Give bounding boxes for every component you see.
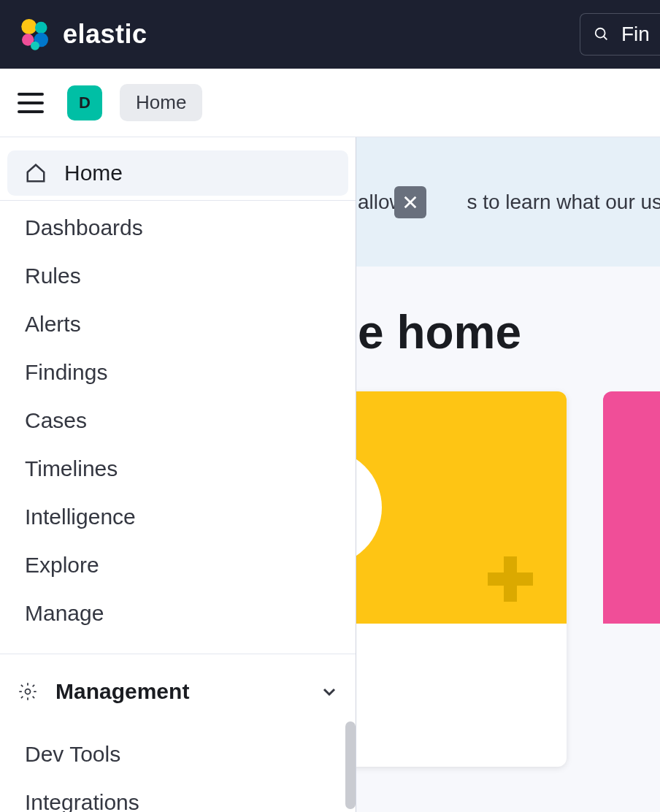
banner-close-button[interactable] [394,186,426,218]
gear-icon [18,681,38,702]
nav-item-timelines[interactable]: Timelines [7,446,348,491]
chevron-down-icon [321,683,338,700]
card-illustration-2 [603,391,660,624]
management-label: Management [55,679,189,704]
search-placeholder: Fin [621,23,650,46]
nav-label-home: Home [64,161,123,185]
global-header: elastic Fin [0,0,660,69]
space-initial: D [79,93,91,112]
elastic-logo[interactable]: elastic [18,17,147,52]
nav-item-cases[interactable]: Cases [7,398,348,443]
svg-point-0 [21,19,37,34]
nav-item-home[interactable]: Home [7,150,348,196]
svg-point-1 [35,22,47,34]
nav-item-dev-tools[interactable]: Dev Tools [7,732,348,777]
side-nav-drawer: Home Dashboards Rules Alerts Findings Ca… [0,137,356,812]
plus-icon [488,556,532,600]
nav-item-alerts[interactable]: Alerts [7,302,348,347]
breadcrumb-bar: D Home [0,69,660,137]
nav-item-rules[interactable]: Rules [7,253,348,299]
search-icon [594,26,610,42]
banner-text-right: s to learn what our users [467,191,660,213]
nav-section-management[interactable]: Management [0,672,356,711]
page-title: e home [358,305,521,359]
home-icon [25,162,47,184]
nav-toggle-button[interactable] [18,93,44,113]
nav-item-dashboards[interactable]: Dashboards [7,205,348,250]
global-search[interactable]: Fin [580,13,660,55]
breadcrumb-home[interactable]: Home [120,84,202,121]
nav-item-explore[interactable]: Explore [7,543,348,588]
nav-item-intelligence[interactable]: Intelligence [7,494,348,540]
nav-item-findings[interactable]: Findings [7,350,348,395]
svg-point-5 [596,28,605,38]
close-icon [402,194,418,210]
space-selector[interactable]: D [67,85,102,120]
svg-line-6 [604,37,607,40]
elastic-logo-icon [18,17,53,52]
scrollbar-thumb[interactable] [345,721,356,809]
nav-item-manage[interactable]: Manage [7,591,348,636]
svg-point-4 [31,42,39,50]
svg-point-9 [26,689,31,694]
brand-text: elastic [63,19,147,50]
nav-item-integrations[interactable]: Integrations [7,780,348,812]
solution-card-next[interactable]: . av [603,391,660,767]
